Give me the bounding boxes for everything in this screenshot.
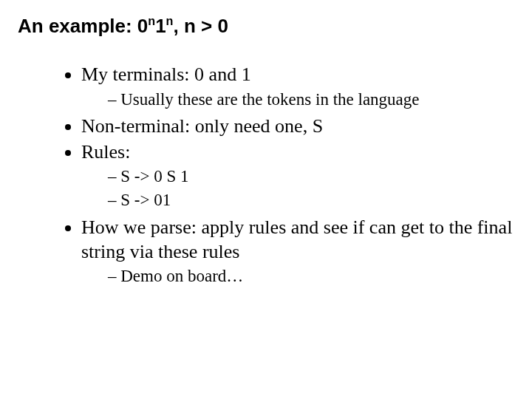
bullet-3-text: Rules: [81,141,130,163]
title-mid: 1 [155,15,166,37]
bullet-1: My terminals: 0 and 1 Usually these are … [81,63,514,110]
bullet-4-sublist: Demo on board… [81,265,514,287]
slide-title: An example: 0n1n, n > 0 [18,15,514,38]
bullet-list: My terminals: 0 and 1 Usually these are … [18,63,514,287]
bullet-3-sub-2: S -> 01 [108,189,514,211]
bullet-1-text: My terminals: 0 and 1 [81,64,251,85]
bullet-4: How we parse: apply rules and see if can… [81,216,514,287]
title-suffix: , n > 0 [173,15,228,37]
bullet-2: Non-terminal: only need one, S [81,115,514,139]
bullet-3-sub-1: S -> 0 S 1 [108,166,514,188]
bullet-1-sub-1: Usually these are the tokens in the lang… [108,89,514,111]
bullet-3-sublist: S -> 0 S 1 S -> 01 [81,166,514,211]
slide: An example: 0n1n, n > 0 My terminals: 0 … [0,0,532,399]
title-prefix: An example: 0 [18,15,148,37]
bullet-4-text: How we parse: apply rules and see if can… [81,216,512,262]
bullet-1-sublist: Usually these are the tokens in the lang… [81,89,514,111]
bullet-3: Rules: S -> 0 S 1 S -> 01 [81,140,514,211]
bullet-4-sub-1: Demo on board… [108,265,514,287]
title-sup-1: n [148,14,155,27]
title-sup-2: n [166,14,174,27]
